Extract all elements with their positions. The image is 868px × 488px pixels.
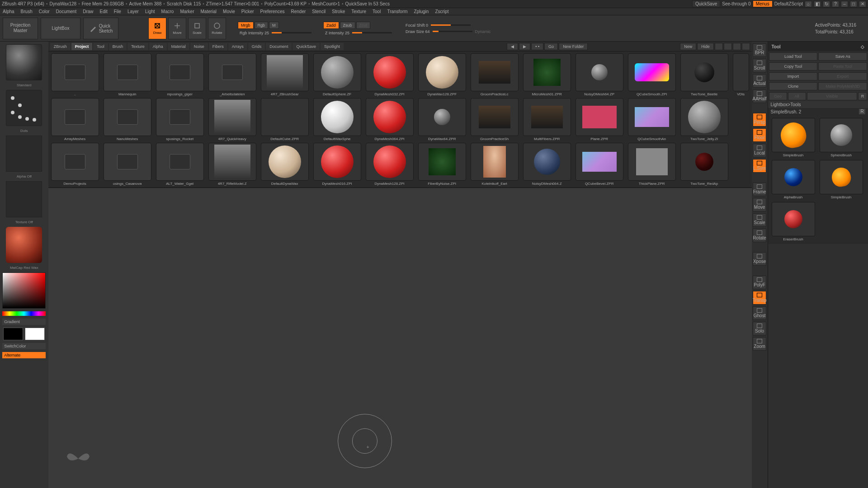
tab-tool[interactable]: Tool (93, 43, 108, 50)
menu-marker[interactable]: Marker (180, 9, 194, 14)
menu-movie[interactable]: Movie (223, 9, 235, 14)
lightbox-item[interactable]: GroomPracticeSh (470, 98, 519, 141)
persp-button[interactable]: Persp (753, 113, 766, 127)
menus-toggle[interactable]: Menus (753, 0, 773, 7)
transp-button[interactable]: Transp (753, 291, 766, 305)
z-intensity-label[interactable]: Z Intensity 25 (323, 31, 351, 35)
tool-item[interactable]: AlphaBrush (771, 160, 816, 199)
menu-macro[interactable]: Macro (161, 9, 174, 14)
tab-document[interactable]: Document (266, 43, 292, 50)
export-button[interactable]: Export (818, 72, 867, 80)
menu-preferences[interactable]: Preferences (260, 9, 285, 14)
lightbox-item[interactable]: DynaMesh128.ZPI (365, 143, 415, 186)
tab-fibers[interactable]: Fibers (209, 43, 227, 50)
lightbox-item[interactable]: QCubeSmooth.ZPI (627, 53, 677, 96)
paste-tool-button[interactable]: Paste Tool (818, 62, 867, 70)
mrgb-toggle[interactable]: Mrgb (238, 22, 254, 29)
zsub-toggle[interactable]: Zsub (340, 22, 355, 29)
menu-light[interactable]: Light (145, 9, 155, 14)
alternate-button[interactable]: Alternate (2, 352, 46, 358)
lightbox-item[interactable]: DefaultWaxSphe (312, 98, 362, 141)
lightbox-item[interactable]: DefaultCube.ZPR (260, 98, 310, 141)
menu-zplugin[interactable]: Zplugin (414, 9, 429, 14)
lightbox-item[interactable]: .. (50, 53, 100, 96)
tool-item[interactable]: EraserBrush (771, 202, 816, 241)
floor-button[interactable]: Floor (753, 128, 766, 142)
lightbox-item[interactable]: MultiFibers.ZPR (522, 98, 572, 141)
menu-picker[interactable]: Picker (241, 9, 254, 14)
nav-bullets[interactable]: • • (531, 43, 543, 50)
zoom-button[interactable]: Zoom (753, 337, 766, 351)
import-button[interactable]: Import (769, 72, 818, 80)
lightbox-button[interactable]: LightBox (41, 18, 80, 39)
zcut-toggle[interactable]: Zcut (356, 22, 371, 29)
tab-grids[interactable]: Grids (248, 43, 265, 50)
view-list-icon[interactable] (742, 43, 750, 50)
view-large-icon[interactable] (715, 43, 723, 50)
new-folder-button[interactable]: New Folder (559, 43, 588, 50)
go-button[interactable]: Go (544, 43, 558, 50)
save-as-button[interactable]: Save As (818, 52, 867, 61)
panel-pin-icon[interactable]: ◇ (861, 44, 864, 49)
r-button[interactable]: R (858, 92, 867, 100)
gradient-toggle[interactable]: Gradient (2, 319, 46, 325)
copy-tool-button[interactable]: Copy Tool (769, 62, 818, 70)
menu-render[interactable]: Render (291, 9, 306, 14)
tab-arrays[interactable]: Arrays (228, 43, 247, 50)
refresh-icon[interactable]: ↻ (823, 1, 830, 7)
frame-button[interactable]: Frame (753, 183, 766, 196)
lightbox-item[interactable]: Mannequin (103, 53, 152, 96)
solo-button[interactable]: Solo (753, 322, 766, 335)
lightbox-item[interactable]: mposings_giger (155, 53, 205, 96)
z-intensity-slider[interactable] (352, 32, 392, 33)
lightbox-item[interactable]: ALT_Water_Ggel (155, 143, 205, 186)
scale-button[interactable]: Scale (753, 213, 766, 227)
projection-master-button[interactable]: ProjectionMaster (3, 18, 38, 39)
focal-shift-slider[interactable] (431, 24, 471, 26)
lightbox-item[interactable]: DynaMesh032.ZPI (365, 53, 415, 96)
restore-icon[interactable]: ◧ (814, 1, 821, 7)
tab-material[interactable]: Material (168, 43, 189, 50)
menu-file[interactable]: File (114, 9, 121, 14)
draw-size-slider[interactable] (433, 31, 472, 32)
tab-texture[interactable]: Texture (127, 43, 148, 50)
lightbox-item[interactable]: _Arbeitsdateien (208, 53, 257, 96)
aahalf-button[interactable]: AAHalf (753, 89, 766, 103)
xpose-button[interactable]: Xpose (753, 252, 766, 266)
lightbox-item[interactable]: TwoTone_Jelly.ZI (679, 98, 729, 141)
local-button[interactable]: Local (753, 144, 766, 157)
rotate-button[interactable]: Rotate (753, 229, 766, 242)
m-toggle[interactable]: M (269, 22, 279, 29)
texture-thumbnail[interactable] (6, 181, 42, 217)
menu-color[interactable]: Color (39, 9, 50, 14)
visible-filter[interactable]: Visible (807, 92, 858, 100)
scale-mode-button[interactable]: Scale (188, 18, 206, 39)
lightbox-item[interactable]: MicroMesh01.ZPR (522, 53, 572, 96)
lightbox-item[interactable]: DynaMesh016.ZPI (312, 143, 362, 186)
menu-transform[interactable]: Transform (387, 9, 407, 14)
lightbox-tools-header[interactable]: Lightbox>Tools (768, 101, 868, 108)
brush-thumbnail[interactable] (6, 44, 42, 80)
close-icon[interactable]: ✕ (859, 1, 866, 7)
all-filter[interactable]: All (788, 92, 806, 100)
lightbox-item[interactable]: NoisyDMesh64.ZP (575, 53, 624, 96)
maximize-icon[interactable]: □ (850, 1, 857, 7)
alpha-thumbnail[interactable] (6, 136, 42, 172)
tool-item[interactable]: SphereBrush (819, 118, 864, 157)
scroll-button[interactable]: Scroll (753, 59, 766, 72)
rgb-intensity-label[interactable]: Rgb Intensity 25 (238, 31, 271, 35)
lightbox-item[interactable]: 4R7_QuickHeavy (208, 98, 257, 141)
pf-button[interactable]: PolyF (753, 276, 766, 289)
menu-stroke[interactable]: Stroke (332, 9, 345, 14)
menu-material[interactable]: Material (201, 9, 217, 14)
lightbox-item[interactable]: NoisyDMesh064.Z (522, 143, 572, 186)
view-small-icon[interactable] (733, 43, 741, 50)
lightbox-item[interactable]: DynaMesh064.ZPI (365, 98, 415, 141)
tool-item[interactable]: SimpleBrush (819, 160, 864, 199)
menu-brush[interactable]: Brush (21, 9, 33, 14)
seethrough-slider[interactable]: See-through 0 (722, 1, 750, 6)
lightbox-item[interactable]: ArrayMeshes (50, 98, 100, 141)
viewport[interactable]: + (48, 188, 752, 488)
menu-edit[interactable]: Edit (100, 9, 108, 14)
new-button[interactable]: New (680, 43, 696, 50)
